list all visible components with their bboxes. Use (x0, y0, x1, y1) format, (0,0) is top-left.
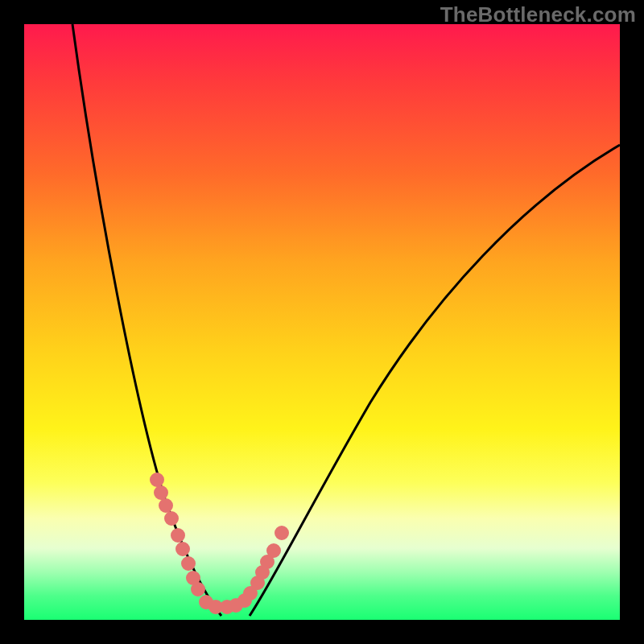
curves-svg (24, 24, 620, 620)
right-curve (250, 145, 620, 616)
left-curve (72, 24, 221, 616)
minimum-markers (157, 480, 282, 607)
plot-area (24, 24, 620, 620)
chart-frame: TheBottleneck.com (0, 0, 644, 644)
